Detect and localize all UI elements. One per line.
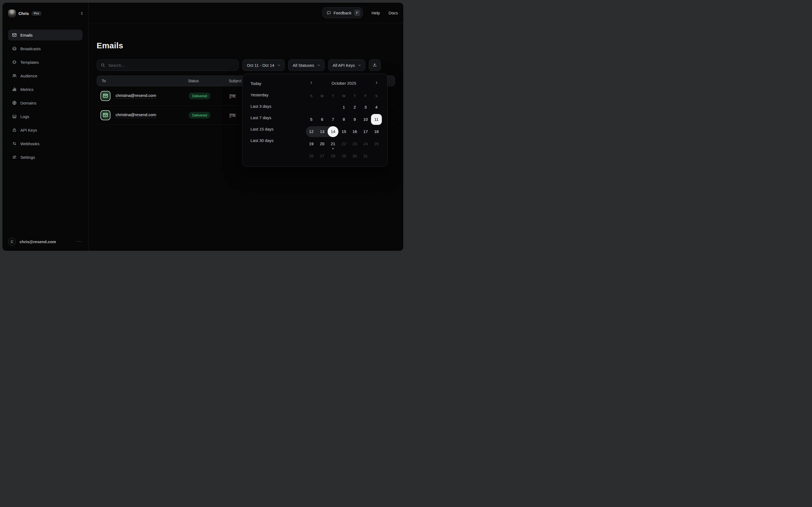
calendar-day[interactable]: 12 xyxy=(306,126,317,137)
docs-link[interactable]: Docs xyxy=(389,11,398,15)
calendar-day[interactable]: 8 xyxy=(338,114,349,125)
weekday-label: T xyxy=(328,91,338,101)
calendar-day[interactable]: 1 xyxy=(338,102,349,113)
status-badge: Delivered xyxy=(189,93,210,99)
calendar-day[interactable]: 15 xyxy=(338,126,349,137)
calendar-day[interactable]: 25 xyxy=(371,138,382,149)
sidebar-item-logs[interactable]: Logs xyxy=(8,111,82,122)
chat-bubble-icon xyxy=(327,11,331,15)
to-cell: christina@resend.com xyxy=(97,110,189,120)
weekday-label: T xyxy=(349,91,360,101)
sidebar-item-webhooks[interactable]: Webhooks xyxy=(8,138,82,149)
recipient-email[interactable]: christina@resend.com xyxy=(116,112,156,118)
calendar-day[interactable]: 26 xyxy=(306,151,317,162)
sidebar-item-metrics[interactable]: Metrics xyxy=(8,84,82,95)
sidebar-item-emails[interactable]: Emails xyxy=(8,30,82,41)
sidebar-item-label: Logs xyxy=(20,114,29,119)
user-email: chris@resend.com xyxy=(19,239,56,244)
plan-badge: Pro xyxy=(32,11,41,16)
date-picker-popover: TodayYesterdayLast 3 daysLast 7 daysLast… xyxy=(242,73,388,167)
calendar-day[interactable]: 16 xyxy=(349,126,360,137)
prev-month-button[interactable] xyxy=(306,77,317,89)
status-filter-dropdown[interactable]: All Statuses xyxy=(288,59,325,71)
calendar-day[interactable]: 9 xyxy=(349,114,360,125)
weekday-row: SMTWTFS xyxy=(306,91,382,101)
app-window: Chris Pro Emails Broadcasts Templates Au… xyxy=(2,3,403,251)
chevron-down-icon xyxy=(277,63,281,67)
date-preset-option[interactable]: Today xyxy=(248,77,297,89)
recipient-email[interactable]: christina@resend.com xyxy=(116,93,156,99)
calendar-day[interactable]: 20 xyxy=(317,138,328,149)
calendar-day[interactable]: 18 xyxy=(371,126,382,137)
status-cell: Delivered xyxy=(189,112,230,119)
calendar-day[interactable]: 13 xyxy=(317,126,328,137)
calendar-day[interactable]: 31 xyxy=(360,151,371,162)
sidebar-item-label: Settings xyxy=(20,155,35,160)
help-link[interactable]: Help xyxy=(371,11,380,15)
date-preset-option[interactable]: Last 7 days xyxy=(248,112,297,123)
sidebar-footer: C chris@resend.com ··· xyxy=(8,238,82,245)
date-preset-option[interactable]: Yesterday xyxy=(248,89,297,100)
users-icon xyxy=(12,73,17,78)
calendar-day[interactable]: 10 xyxy=(360,114,371,125)
sidebar-item-audience[interactable]: Audience xyxy=(8,70,82,81)
calendar-day[interactable]: 3 xyxy=(360,102,371,113)
calendar-day[interactable]: 7 xyxy=(328,114,338,125)
feedback-button[interactable]: Feedback F xyxy=(323,7,363,18)
calendar: October 2025 SMTWTFS 1234567891011121314… xyxy=(306,77,382,162)
page-title: Emails xyxy=(97,41,123,50)
weekday-label: S xyxy=(371,91,382,101)
calendar-day[interactable]: 5 xyxy=(306,114,317,125)
search-input[interactable] xyxy=(108,63,235,68)
calendar-day[interactable]: 28 xyxy=(328,151,338,162)
calendar-day[interactable]: 11 xyxy=(371,114,382,125)
calendar-day[interactable]: 29 xyxy=(338,151,349,162)
date-range-dropdown[interactable]: Oct 11 - Oct 14 xyxy=(242,59,285,71)
calendar-week: 262728293031 xyxy=(306,150,382,162)
workspace-switcher[interactable]: Chris Pro xyxy=(8,9,84,17)
date-preset-option[interactable]: Last 30 days xyxy=(248,134,297,146)
weekday-label: W xyxy=(338,91,349,101)
toolbar: Oct 11 - Oct 14 All Statuses All API Key… xyxy=(97,59,381,71)
date-preset-option[interactable]: Last 15 days xyxy=(248,123,297,134)
calendar-day[interactable]: 14 xyxy=(328,126,338,137)
calendar-day[interactable]: 4 xyxy=(371,102,382,113)
sidebar-item-api-keys[interactable]: API Keys xyxy=(8,125,82,135)
calendar-day-empty xyxy=(371,151,382,162)
download-icon xyxy=(372,62,377,68)
to-cell: christina@resend.com xyxy=(97,91,189,101)
sidebar-item-domains[interactable]: Domains xyxy=(8,98,82,108)
column-header-to: To xyxy=(97,79,188,83)
export-button[interactable] xyxy=(369,59,381,71)
sidebar-item-broadcasts[interactable]: Broadcasts xyxy=(8,43,82,54)
sidebar-nav: Emails Broadcasts Templates Audience Met… xyxy=(8,30,82,165)
sidebar: Chris Pro Emails Broadcasts Templates Au… xyxy=(2,3,89,251)
status-cell: Delivered xyxy=(189,93,230,99)
calendar-week: 567891011 xyxy=(306,113,382,125)
date-preset-option[interactable]: Last 3 days xyxy=(248,100,297,112)
calendar-day[interactable]: 19 xyxy=(306,138,317,149)
calendar-day[interactable]: 30 xyxy=(349,151,360,162)
sidebar-item-label: Broadcasts xyxy=(20,46,41,51)
rows-icon xyxy=(12,114,17,119)
sidebar-item-settings[interactable]: Settings xyxy=(8,152,82,163)
calendar-day[interactable]: 27 xyxy=(317,151,328,162)
calendar-day[interactable]: 2 xyxy=(349,102,360,113)
sidebar-item-templates[interactable]: Templates xyxy=(8,57,82,68)
status-badge: Delivered xyxy=(189,112,210,119)
calendar-day[interactable]: 23 xyxy=(349,138,360,149)
chevron-left-icon xyxy=(309,80,313,86)
calendar-day[interactable]: 21 xyxy=(328,138,338,149)
calendar-day[interactable]: 24 xyxy=(360,138,371,149)
user-avatar: C xyxy=(8,238,16,246)
chevron-down-icon xyxy=(358,63,361,67)
sidebar-item-label: Audience xyxy=(20,73,38,78)
calendar-day[interactable]: 6 xyxy=(317,114,328,125)
chevron-down-icon xyxy=(317,63,321,67)
calendar-day-empty xyxy=(306,102,317,113)
calendar-day[interactable]: 17 xyxy=(360,126,371,137)
api-key-filter-dropdown[interactable]: All API Keys xyxy=(328,59,365,71)
next-month-button[interactable] xyxy=(371,77,382,89)
inbox-icon xyxy=(12,46,17,51)
calendar-day[interactable]: 22 xyxy=(338,138,349,149)
